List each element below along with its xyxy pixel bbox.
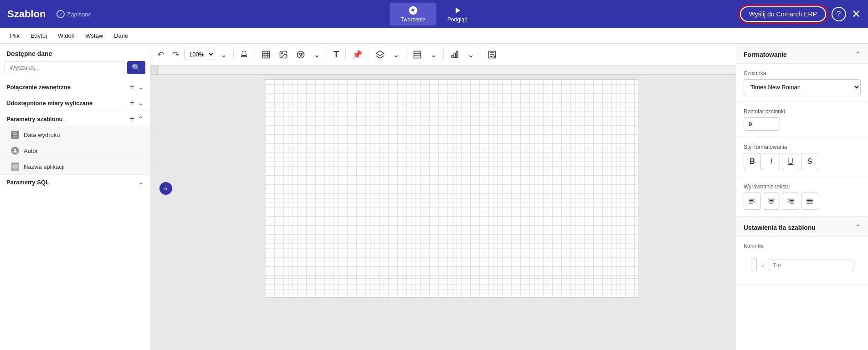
svg-point-13 <box>298 51 304 58</box>
close-button[interactable]: ✕ <box>852 9 861 20</box>
color-button[interactable] <box>293 48 308 61</box>
strikethrough-button[interactable]: S <box>801 153 818 170</box>
color-row: ⌄ <box>744 252 861 278</box>
canvas-wrapper[interactable]: « <box>150 66 736 350</box>
section-polaczenie-icons: + ⌄ <box>129 83 144 91</box>
sections-dropdown-button[interactable]: ⌄ <box>427 47 440 62</box>
svg-rect-23 <box>454 53 456 57</box>
section-parametry[interactable]: Parametry szablonu + ⌃ <box>0 111 150 127</box>
section-sql[interactable]: Parametry SQL ⌄ <box>0 174 150 189</box>
plus-icon-parametry[interactable]: + <box>129 115 134 123</box>
redo-button[interactable]: ↷ <box>169 47 182 62</box>
color-label-input[interactable] <box>769 259 853 271</box>
table-button[interactable] <box>258 48 274 61</box>
color-swatch[interactable] <box>751 259 757 271</box>
saved-label: Zapisano <box>67 11 91 18</box>
menu-item-widok[interactable]: Widok <box>53 30 79 41</box>
toolbar-sep-4 <box>345 49 346 60</box>
search-button[interactable]: 🔍 <box>127 61 145 74</box>
format-collapse-button[interactable]: ⌃ <box>855 50 861 59</box>
zoom-select[interactable]: 100% 50% 75% 125% 150% 200% <box>184 49 215 60</box>
chevron-polaczenie[interactable]: ⌄ <box>138 83 144 91</box>
app-title: Szablon <box>7 8 46 20</box>
section-sql-label: Parametry SQL <box>6 179 138 186</box>
person-icon <box>11 147 19 155</box>
plus-icon-miary[interactable]: + <box>129 99 134 107</box>
help-button[interactable]: ? <box>832 7 846 21</box>
param-data-wydruku-label: Data wydruku <box>24 132 60 138</box>
canvas-dashed-top <box>265 98 638 98</box>
section-polaczenie-label: Połączenie zewnętrzne <box>6 84 129 91</box>
svg-point-12 <box>282 52 283 54</box>
menu-item-wstaw[interactable]: Wstaw <box>81 30 108 41</box>
font-size-input[interactable] <box>744 117 780 131</box>
svg-marker-17 <box>376 51 384 56</box>
align-right-button[interactable] <box>782 193 799 210</box>
saved-badge: ✓ Zapisano <box>56 10 91 18</box>
italic-button[interactable]: I <box>763 153 780 170</box>
attach-button[interactable]: 📌 <box>349 47 365 62</box>
ruler-horizontal <box>150 66 736 75</box>
param-autor-label: Autor <box>24 147 38 154</box>
section-miary-icons: + ⌄ <box>129 99 144 107</box>
align-left-button[interactable] <box>744 193 761 210</box>
ruler-corner <box>150 66 158 74</box>
canvas-page[interactable] <box>265 79 638 298</box>
text-button[interactable]: T <box>330 47 342 62</box>
layers-dropdown-button[interactable]: ⌄ <box>390 47 403 62</box>
chevron-sql[interactable]: ⌄ <box>138 178 144 186</box>
zoom-dropdown-button[interactable]: ⌄ <box>217 47 230 62</box>
chart-dropdown-button[interactable]: ⌄ <box>464 47 478 62</box>
export-button[interactable] <box>484 48 500 61</box>
menu-item-plik[interactable]: Plik <box>5 30 24 41</box>
toolbar-sep-6 <box>406 49 406 60</box>
left-panel-title: Dostępne dane <box>0 44 150 61</box>
font-size-group: Rozmiar czcionki <box>736 102 868 137</box>
nav-create-button[interactable]: Tworzenie <box>390 3 437 25</box>
search-input[interactable] <box>5 61 124 74</box>
undo-button[interactable]: ↶ <box>154 47 167 62</box>
bg-collapse-button[interactable]: ⌃ <box>855 223 861 232</box>
section-miary[interactable]: Udostępnione miary wyliczane + ⌄ <box>0 95 150 111</box>
param-nazwa-aplikacji[interactable]: Nazwa aplikacji <box>0 158 150 174</box>
param-autor[interactable]: Autor <box>0 142 150 158</box>
chart-button[interactable] <box>447 48 462 61</box>
font-select-row: Times New Roman Arial Calibri Helvetica <box>744 79 861 95</box>
nav-preview-button[interactable]: Podgląd <box>437 3 478 25</box>
chevron-parametry[interactable]: ⌃ <box>138 115 144 122</box>
section-miary-label: Udostępnione miary wyliczane <box>6 100 129 107</box>
align-row <box>744 193 861 210</box>
menu-item-edytuj[interactable]: Edytuj <box>26 30 51 41</box>
toolbar-sep-1 <box>233 49 234 60</box>
bg-section-header: Ustawienia tła szablonu ⌃ <box>736 217 868 237</box>
svg-rect-24 <box>457 51 458 57</box>
send-erp-button[interactable]: Wyślij do Comarch ERP <box>740 6 826 22</box>
svg-rect-22 <box>452 55 453 57</box>
image-button[interactable] <box>276 48 291 61</box>
font-select[interactable]: Times New Roman Arial Calibri Helvetica <box>744 79 861 95</box>
section-parametry-label: Parametry szablonu <box>6 116 129 122</box>
plus-icon-polaczenie[interactable]: + <box>129 83 134 91</box>
format-section-header: Formatowanie ⌃ <box>736 44 868 64</box>
align-center-button[interactable] <box>763 193 780 210</box>
canvas-body: « <box>150 75 736 302</box>
layers-button[interactable] <box>372 48 388 61</box>
canvas-grid <box>265 80 638 297</box>
format-section-title: Formatowanie <box>744 51 787 58</box>
color-dropdown-button[interactable]: ⌄ <box>760 259 765 270</box>
align-justify-button[interactable] <box>801 193 818 210</box>
underline-button[interactable]: U <box>782 153 799 170</box>
section-polaczenie[interactable]: Połączenie zewnętrzne + ⌄ <box>0 79 150 95</box>
svg-rect-5 <box>13 165 17 168</box>
print-button[interactable]: 🖶 <box>237 47 252 61</box>
toolbar-sep-3 <box>327 49 327 60</box>
chevron-miary[interactable]: ⌄ <box>138 99 144 107</box>
menu-item-dane[interactable]: Dane <box>109 30 133 41</box>
sections-button[interactable] <box>410 48 425 61</box>
bold-button[interactable]: B <box>744 153 761 170</box>
saved-icon: ✓ <box>56 10 65 18</box>
collapse-panel-button[interactable]: « <box>159 182 172 195</box>
color-dropdown-button[interactable]: ⌄ <box>310 47 324 62</box>
param-data-wydruku[interactable]: Data wydruku <box>0 127 150 142</box>
font-label: Czcionka <box>744 70 861 76</box>
